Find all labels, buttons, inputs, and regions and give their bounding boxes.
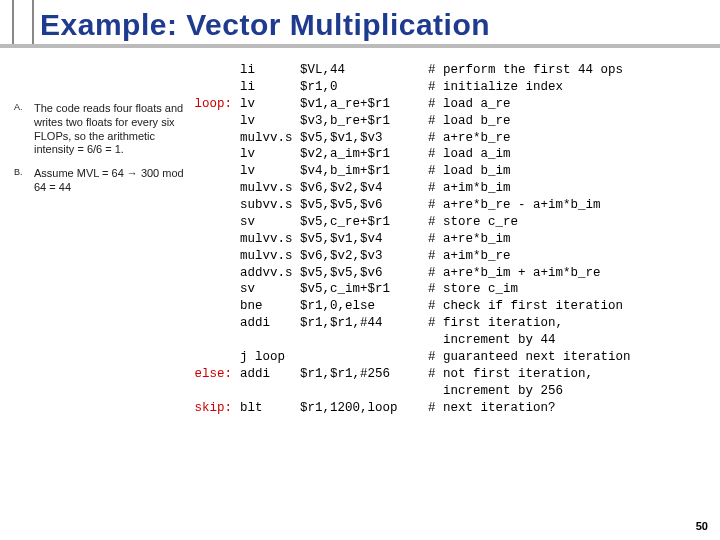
code-args: [300, 332, 428, 349]
code-comment: # guaranteed next iteration: [428, 349, 712, 366]
code-op: j loop: [240, 349, 300, 366]
code-comment: # not first iteration,: [428, 366, 712, 383]
code-line: subvv.s$v5,$v5,$v6# a+re*b_re - a+im*b_i…: [190, 197, 712, 214]
code-args: $r1,1200,loop: [300, 400, 428, 417]
code-op: lv: [240, 146, 300, 163]
code-label: [190, 231, 240, 248]
code-args: [300, 349, 428, 366]
code-comment: # perform the first 44 ops: [428, 62, 712, 79]
code-line: increment by 256: [190, 383, 712, 400]
code-label: else:: [190, 366, 240, 383]
code-comment: # a+re*b_im: [428, 231, 712, 248]
code-line: else:addi$r1,$r1,#256# not first iterati…: [190, 366, 712, 383]
code-comment: # store c_re: [428, 214, 712, 231]
code-line: mulvv.s$v6,$v2,$v4# a+im*b_im: [190, 180, 712, 197]
code-op: addi: [240, 366, 300, 383]
code-label: [190, 146, 240, 163]
code-line: li$r1,0# initialize index: [190, 79, 712, 96]
question-item: A.The code reads four floats and writes …: [14, 102, 184, 157]
code-op: addvv.s: [240, 265, 300, 282]
code-op: li: [240, 79, 300, 96]
question-label: B.: [14, 167, 34, 195]
code-op: [240, 332, 300, 349]
code-line: increment by 44: [190, 332, 712, 349]
code-op: subvv.s: [240, 197, 300, 214]
code-line: addi$r1,$r1,#44# first iteration,: [190, 315, 712, 332]
code-line: lv$v2,a_im+$r1# load a_im: [190, 146, 712, 163]
code-op: mulvv.s: [240, 248, 300, 265]
code-op: lv: [240, 113, 300, 130]
code-op: sv: [240, 281, 300, 298]
code-label: [190, 79, 240, 96]
question-text: The code reads four floats and writes tw…: [34, 102, 184, 157]
code-args: $v3,b_re+$r1: [300, 113, 428, 130]
code-label: [190, 197, 240, 214]
code-listing: li$VL,44# perform the first 44 opsli$r1,…: [190, 62, 712, 416]
code-args: $v5,c_im+$r1: [300, 281, 428, 298]
code-label: [190, 315, 240, 332]
code-label: [190, 298, 240, 315]
code-args: $v6,$v2,$v3: [300, 248, 428, 265]
code-label: skip:: [190, 400, 240, 417]
code-line: j loop# guaranteed next iteration: [190, 349, 712, 366]
code-label: [190, 130, 240, 147]
code-args: $VL,44: [300, 62, 428, 79]
code-label: [190, 349, 240, 366]
code-comment: # a+re*b_im + a+im*b_re: [428, 265, 712, 282]
code-args: [300, 383, 428, 400]
code-op: bne: [240, 298, 300, 315]
code-label: [190, 163, 240, 180]
code-comment: # initialize index: [428, 79, 712, 96]
code-args: $v1,a_re+$r1: [300, 96, 428, 113]
content-area: A.The code reads four floats and writes …: [0, 48, 720, 416]
code-op: lv: [240, 163, 300, 180]
code-op: blt: [240, 400, 300, 417]
code-label: loop:: [190, 96, 240, 113]
page-number: 50: [696, 520, 708, 532]
code-label: [190, 113, 240, 130]
question-text: Assume MVL = 64 → 300 mod 64 = 44: [34, 167, 184, 195]
code-comment: increment by 256: [428, 383, 712, 400]
code-label: [190, 248, 240, 265]
code-label: [190, 180, 240, 197]
code-comment: # check if first iteration: [428, 298, 712, 315]
code-line: li$VL,44# perform the first 44 ops: [190, 62, 712, 79]
code-op: mulvv.s: [240, 180, 300, 197]
code-comment: # first iteration,: [428, 315, 712, 332]
code-op: mulvv.s: [240, 231, 300, 248]
code-args: $r1,0,else: [300, 298, 428, 315]
code-comment: # a+re*b_re - a+im*b_im: [428, 197, 712, 214]
code-label: [190, 265, 240, 282]
code-args: $v5,$v5,$v6: [300, 197, 428, 214]
code-label: [190, 332, 240, 349]
code-comment: # next iteration?: [428, 400, 712, 417]
question-item: B.Assume MVL = 64 → 300 mod 64 = 44: [14, 167, 184, 195]
code-comment: increment by 44: [428, 332, 712, 349]
code-args: $v5,$v1,$v4: [300, 231, 428, 248]
code-line: mulvv.s$v5,$v1,$v3# a+re*b_re: [190, 130, 712, 147]
code-op: lv: [240, 96, 300, 113]
code-args: $v5,c_re+$r1: [300, 214, 428, 231]
code-line: addvv.s$v5,$v5,$v6# a+re*b_im + a+im*b_r…: [190, 265, 712, 282]
title-bar: Example: Vector Multiplication: [0, 0, 720, 48]
code-label: [190, 62, 240, 79]
code-args: $r1,$r1,#44: [300, 315, 428, 332]
question-list: A.The code reads four floats and writes …: [14, 62, 184, 416]
slide-title: Example: Vector Multiplication: [40, 8, 720, 42]
question-label: A.: [14, 102, 34, 157]
code-line: skip:blt$r1,1200,loop# next iteration?: [190, 400, 712, 417]
code-line: bne$r1,0,else# check if first iteration: [190, 298, 712, 315]
code-label: [190, 383, 240, 400]
code-comment: # load b_im: [428, 163, 712, 180]
code-comment: # a+im*b_im: [428, 180, 712, 197]
code-comment: # store c_im: [428, 281, 712, 298]
code-line: lv$v3,b_re+$r1# load b_re: [190, 113, 712, 130]
code-line: loop:lv$v1,a_re+$r1# load a_re: [190, 96, 712, 113]
code-line: sv$v5,c_im+$r1# store c_im: [190, 281, 712, 298]
code-line: mulvv.s$v5,$v1,$v4# a+re*b_im: [190, 231, 712, 248]
code-line: lv$v4,b_im+$r1# load b_im: [190, 163, 712, 180]
code-comment: # load a_im: [428, 146, 712, 163]
code-label: [190, 214, 240, 231]
code-op: addi: [240, 315, 300, 332]
code-args: $v5,$v1,$v3: [300, 130, 428, 147]
